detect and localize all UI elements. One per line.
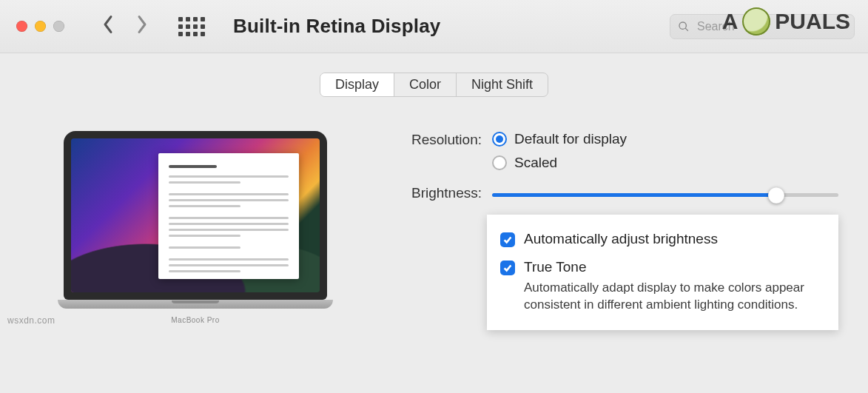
window-toolbar: Built-in Retina Display [0,0,868,53]
auto-brightness-label: Automatically adjust brightness [524,231,718,247]
brightness-slider[interactable] [492,193,838,197]
radio-label: Default for display [514,131,627,147]
auto-brightness-checkbox[interactable] [500,232,515,247]
tab-night-shift[interactable]: Night Shift [457,73,548,96]
tab-color[interactable]: Color [394,73,457,96]
search-field[interactable] [670,14,855,39]
tab-bar: Display Color Night Shift [0,73,868,97]
search-input[interactable] [696,19,847,34]
true-tone-description: Automatically adapt display to make colo… [524,280,815,314]
tab-label: Color [409,77,441,92]
zoom-window-button[interactable] [53,21,64,32]
back-button[interactable] [101,15,115,38]
tab-label: Display [335,77,379,92]
highlighted-options: Automatically adjust brightness True Ton… [487,215,838,330]
true-tone-label: True Tone [524,259,815,275]
tab-display[interactable]: Display [320,73,394,96]
slider-thumb[interactable] [768,187,784,204]
resolution-default-radio[interactable]: Default for display [492,131,627,147]
resolution-scaled-radio[interactable]: Scaled [492,155,627,171]
settings-form: Resolution: Default for display Scaled B… [392,131,868,330]
radio-icon [492,132,507,147]
nav-arrows [101,15,149,38]
display-preview: MacBook Pro [58,131,333,330]
preview-document [158,153,299,279]
check-icon [502,235,513,245]
search-icon [678,21,690,33]
minimize-window-button[interactable] [35,21,46,32]
tab-label: Night Shift [471,77,533,92]
true-tone-checkbox[interactable] [500,261,515,275]
source-site-label: wsxdn.com [7,315,55,326]
radio-label: Scaled [514,155,557,171]
resolution-label: Resolution: [392,131,492,148]
brightness-label: Brightness: [392,184,492,201]
forward-button[interactable] [135,15,149,38]
device-model-label: MacBook Pro [58,316,333,324]
close-window-button[interactable] [16,21,27,32]
check-icon [502,263,513,273]
show-all-prefs-button[interactable] [178,17,205,36]
traffic-lights [16,21,64,32]
window-title: Built-in Retina Display [233,15,441,38]
radio-icon [492,155,507,170]
